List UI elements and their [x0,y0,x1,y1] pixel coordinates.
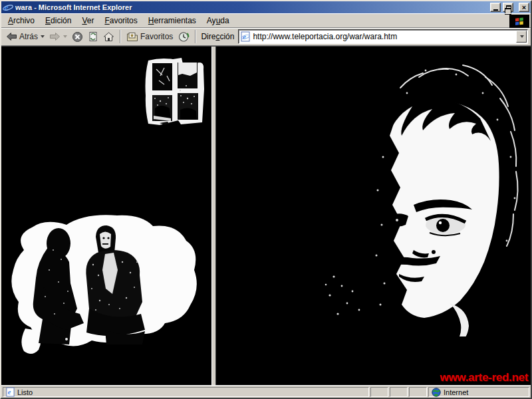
address-label: Dirección [201,32,234,41]
home-button[interactable] [101,31,116,43]
history-icon [178,31,190,43]
menu-herramientas[interactable]: Herramientas [143,14,201,28]
restore-button[interactable] [503,3,513,12]
status-pane-2 [390,387,408,397]
forward-icon [49,32,61,41]
zone-text: Internet [444,388,468,396]
back-button[interactable]: Atrás [4,31,47,43]
favorites-button[interactable]: Favoritos [124,31,175,43]
toolbar-separator [120,30,121,43]
menu-favoritos[interactable]: Favoritos [99,14,142,28]
history-button[interactable] [176,30,192,44]
page-icon: e [6,387,15,397]
status-text: Listo [17,388,33,396]
close-icon: × [522,4,526,11]
favorites-label: Favoritos [140,32,173,41]
page-content: www.arte-red.net [1,46,531,385]
minimize-button[interactable] [490,3,501,12]
svg-text:e: e [243,33,246,41]
frame-divider[interactable] [211,47,216,385]
stop-icon [72,31,83,43]
refresh-icon [88,31,98,42]
status-pane-3 [409,387,427,397]
arte-red-link[interactable]: www.arte-red.net [440,371,529,384]
favorites-icon [126,32,138,42]
back-label: Atrás [19,32,38,41]
status-bar: e Listo Internet [1,385,531,398]
toolbar: Atrás [1,28,531,46]
right-frame: www.arte-red.net [216,47,531,385]
dropdown-icon [520,35,524,38]
menu-bar: Archivo Edición Ver Favoritos Herramient… [1,13,531,28]
windows-flag-icon [509,15,529,28]
back-dropdown-icon[interactable] [41,35,45,38]
browser-window: e wara - Microsoft Internet Explorer × A… [0,0,532,399]
toolbar-separator [195,30,196,43]
refresh-button[interactable] [86,30,100,43]
minimize-icon [493,9,498,11]
address-input[interactable] [253,32,513,42]
close-button[interactable]: × [519,3,529,12]
back-icon [6,32,17,41]
portrait-photo [319,51,531,336]
menu-ver[interactable]: Ver [76,14,99,28]
stop-button[interactable] [70,30,85,44]
status-pane-main: e Listo [3,387,369,397]
forward-button[interactable] [47,31,69,43]
figures-photo [5,209,201,358]
window-photo [140,56,207,128]
home-icon [103,32,114,42]
window-title: wara - Microsoft Internet Explorer [15,3,488,11]
restore-icon [506,5,511,10]
globe-icon [432,388,441,397]
address-dropdown-button[interactable] [516,31,527,43]
left-frame [1,47,211,385]
address-bar[interactable]: e [238,29,528,44]
status-pane-1 [370,387,388,397]
page-icon: e [241,31,250,42]
menu-edicion[interactable]: Edición [40,14,76,28]
title-bar[interactable]: e wara - Microsoft Internet Explorer × [1,1,531,13]
status-pane-zone: Internet [428,387,529,397]
ie-logo-icon: e [3,2,13,13]
svg-text:e: e [8,388,11,396]
menu-archivo[interactable]: Archivo [3,14,40,28]
menu-ayuda[interactable]: Ayuda [201,14,235,28]
svg-text:e: e [5,3,9,13]
forward-dropdown-icon[interactable] [63,35,67,38]
